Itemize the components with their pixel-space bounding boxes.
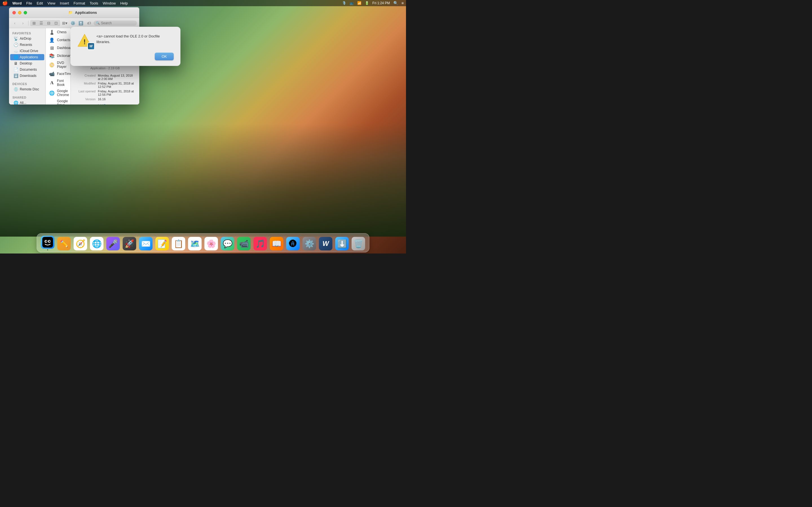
dock-item-mail[interactable]: ✉️: [139, 236, 153, 250]
dock-item-reminders[interactable]: 📋: [171, 236, 186, 250]
sidebar-item-icloud[interactable]: ☁️ iCloud Drive: [10, 48, 44, 54]
menu-view[interactable]: View: [47, 1, 55, 5]
mail-dock-icon: ✉️: [139, 237, 153, 250]
forward-button[interactable]: ›: [19, 20, 27, 26]
minimize-button[interactable]: [18, 11, 21, 14]
dashboard-icon: ⊞: [49, 45, 55, 51]
battery-icon: 🔋: [365, 1, 369, 5]
add-tags-link[interactable]: Add Tags...: [97, 104, 113, 105]
menu-tools[interactable]: Tools: [90, 1, 98, 5]
search-icon[interactable]: 🔍: [393, 1, 398, 5]
finder-active-dot: [47, 249, 48, 250]
apple-menu-icon[interactable]: 🍎: [2, 1, 8, 5]
dock-item-notes[interactable]: 📝: [155, 236, 169, 250]
dock-item-chrome[interactable]: 🌐: [89, 236, 104, 250]
syspref-dock-icon: ⚙️: [303, 237, 316, 250]
back-button[interactable]: ‹: [11, 20, 18, 26]
dock-item-itunes[interactable]: 🎵: [253, 236, 267, 250]
app-name[interactable]: Word: [12, 1, 22, 5]
dialog-box: ! W <a> cannot load the OLE 2.0 or Docfi…: [70, 27, 181, 66]
sidebar-label-recents: Recents: [20, 43, 32, 47]
sidebar-label-all-shared: All...: [20, 101, 26, 105]
group-button[interactable]: ⊞▾: [61, 20, 68, 26]
version-label: Version: [75, 98, 98, 101]
downloads-icon: ⬇️: [13, 73, 18, 78]
photos-dock-icon: 🌸: [204, 237, 218, 250]
dock-item-photos[interactable]: 🌸: [204, 236, 218, 250]
sidebar-item-documents[interactable]: 📄 Documents: [10, 66, 44, 73]
tag-button[interactable]: 🏷: [86, 20, 93, 26]
dock-item-rocket[interactable]: 🚀: [122, 236, 137, 250]
ok-button[interactable]: OK: [155, 53, 174, 60]
menu-window[interactable]: Window: [103, 1, 116, 5]
menu-insert[interactable]: Insert: [60, 1, 69, 5]
chrome-icon: 🌐: [49, 90, 55, 96]
dock-item-appstore[interactable]: 🅐: [286, 236, 300, 250]
word-dock-icon: W: [319, 237, 333, 250]
preview-row-version: Version 16.16: [75, 97, 135, 101]
column-view-button[interactable]: ⊟: [45, 20, 52, 26]
file-item-chess[interactable]: ♟️ Chess: [46, 28, 70, 36]
finder-titlebar: 📁 Applications: [9, 7, 139, 18]
dock-item-downloads[interactable]: ⬇️: [335, 236, 349, 250]
close-button[interactable]: [12, 11, 16, 14]
share-button[interactable]: ⬆️: [77, 20, 84, 26]
finder-dock-icon: [41, 236, 54, 249]
icloud-icon: ☁️: [13, 49, 18, 53]
sidebar-item-desktop[interactable]: 🖥 Desktop: [10, 60, 44, 66]
sidebar-item-airdrop[interactable]: 📡 AirDrop: [10, 36, 44, 42]
file-name-dashboard: Dashboard: [57, 46, 70, 50]
sidebar-item-recents[interactable]: 🕐 Recents: [10, 42, 44, 48]
messages-dock-icon: 💬: [221, 237, 234, 250]
toolbar-separator: [28, 20, 29, 25]
maximize-button[interactable]: [24, 11, 27, 14]
dock-item-messages[interactable]: 💬: [220, 236, 235, 250]
dock-item-trash[interactable]: 🗑️: [351, 236, 366, 250]
file-name-chrome: Google Chrome: [57, 89, 69, 97]
sidebar-item-remote-disc[interactable]: 💿 Remote Disc: [10, 86, 44, 93]
airdrop-icon: 📡: [13, 36, 18, 41]
menu-file[interactable]: File: [26, 1, 32, 5]
dock-item-facetime[interactable]: 📹: [237, 236, 251, 250]
siri-dock-icon: 🎤: [106, 237, 120, 250]
wifi-icon: 📶: [357, 1, 361, 5]
menu-edit[interactable]: Edit: [37, 1, 43, 5]
file-item-fontbook[interactable]: A Font Book: [46, 78, 70, 88]
control-center-icon[interactable]: ≡: [402, 1, 404, 5]
dock-item-safari[interactable]: 🧭: [73, 236, 88, 250]
file-item-dictionary[interactable]: 📚 Dictionary: [46, 52, 70, 60]
dock-item-syspref[interactable]: ⚙️: [302, 236, 317, 250]
list-view-button[interactable]: ☰: [38, 20, 45, 26]
file-name-dictionary: Dictionary: [57, 54, 70, 58]
file-item-dashboard[interactable]: ⊞ Dashboard: [46, 44, 70, 52]
sidebar-item-downloads[interactable]: ⬇️ Downloads: [10, 73, 44, 79]
dock-item-ibooks[interactable]: 📖: [269, 236, 284, 250]
airplay-icon: 📺: [350, 1, 354, 5]
menu-format[interactable]: Format: [73, 1, 85, 5]
cover-flow-button[interactable]: ⊡: [52, 20, 60, 26]
sidebar-item-applications[interactable]: 🌐 Applications: [10, 54, 44, 60]
dock-item-word[interactable]: W: [318, 236, 333, 250]
search-input[interactable]: [101, 21, 135, 25]
icon-view-button[interactable]: ⊞: [31, 20, 38, 26]
menubar: 🍎 Word File Edit View Insert Format Tool…: [0, 0, 406, 6]
dock-item-sketch[interactable]: ✏️: [57, 236, 71, 250]
file-item-contacts[interactable]: 👤 Contacts: [46, 36, 70, 44]
dock-item-finder[interactable]: [40, 236, 55, 250]
recents-icon: 🕐: [13, 43, 18, 47]
dock-item-siri[interactable]: 🎤: [106, 236, 120, 250]
file-item-facetime[interactable]: 📹 FaceTime: [46, 70, 70, 78]
search-icon: 🔍: [96, 21, 100, 25]
sidebar-item-all-shared[interactable]: 🌐 All...: [10, 100, 44, 105]
menu-help[interactable]: Help: [120, 1, 128, 5]
svg-text:!: !: [84, 38, 86, 46]
search-bar[interactable]: 🔍: [94, 20, 137, 25]
file-item-dvd[interactable]: 📀 DVD Player: [46, 60, 70, 70]
file-item-gdrive[interactable]: △ Google Drive File Stream: [46, 98, 70, 105]
file-item-chrome[interactable]: 🌐 Google Chrome: [46, 88, 70, 98]
appstore-dock-icon: 🅐: [286, 237, 300, 250]
dock-item-maps[interactable]: 🗺️: [188, 236, 202, 250]
action-button[interactable]: ⚙️: [69, 20, 77, 26]
file-name-contacts: Contacts: [57, 38, 70, 42]
menubar-left: 🍎 Word File Edit View Insert Format Tool…: [2, 1, 128, 5]
